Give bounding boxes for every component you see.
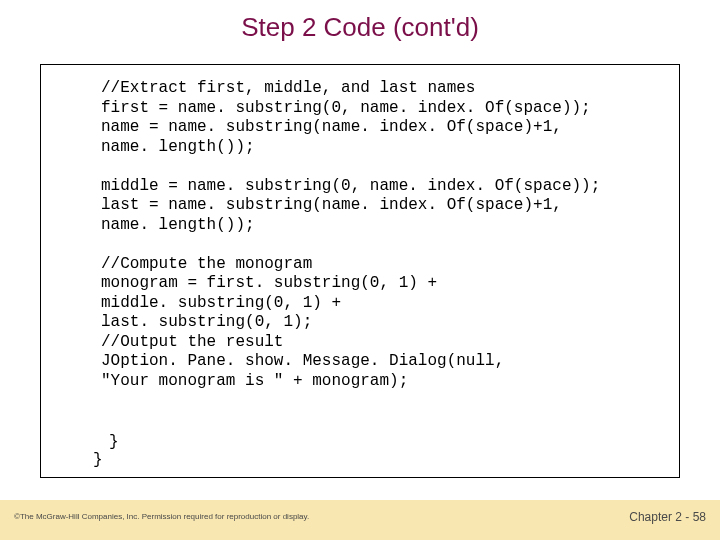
code-block: //Extract first, middle, and last names … [101, 79, 665, 391]
footer: ©The McGraw-Hill Companies, Inc. Permiss… [0, 500, 720, 540]
slide-title: Step 2 Code (cont'd) [0, 0, 720, 51]
footer-page: Chapter 2 - 58 [629, 510, 706, 524]
slide: Step 2 Code (cont'd) //Extract first, mi… [0, 0, 720, 540]
brace-inner: } [109, 433, 119, 453]
code-box: //Extract first, middle, and last names … [40, 64, 680, 478]
footer-copyright: ©The McGraw-Hill Companies, Inc. Permiss… [14, 512, 309, 521]
brace-outer: } [93, 451, 103, 471]
